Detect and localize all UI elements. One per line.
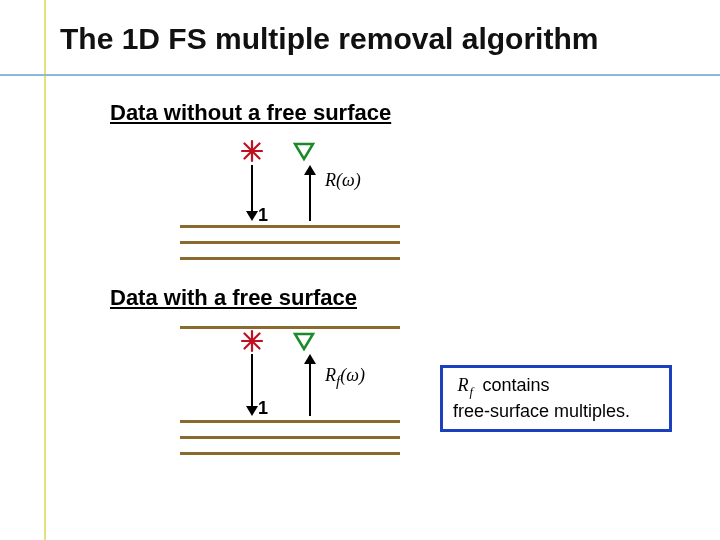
page-title: The 1D FS multiple removal algorithm <box>60 22 598 56</box>
callout-line1: contains <box>483 375 550 395</box>
svg-marker-13 <box>295 334 313 349</box>
subhead-without-fs: Data without a free surface <box>110 100 391 126</box>
response-label-rf: Rf(ω) <box>325 365 365 390</box>
receiver-triangle-icon <box>292 139 316 163</box>
callout-symbol: Rf <box>453 375 478 395</box>
callout-R: R <box>458 375 469 395</box>
svg-marker-6 <box>246 211 258 221</box>
title-underline <box>0 74 720 76</box>
up-arrow-icon <box>300 352 320 418</box>
svg-marker-4 <box>295 144 313 159</box>
callout-box: Rf contains free-surface multiples. <box>440 365 672 432</box>
rf-letter: R <box>325 365 336 385</box>
left-vertical-rule <box>44 0 46 540</box>
response-label: R(ω) <box>325 170 361 191</box>
diagram-no-free-surface: 1 R(ω) <box>180 135 420 275</box>
diagram-with-free-surface: 1 Rf(ω) <box>180 320 420 460</box>
layer-line <box>180 452 400 455</box>
svg-marker-15 <box>246 406 258 416</box>
subhead-with-fs: Data with a free surface <box>110 285 357 311</box>
svg-marker-8 <box>304 165 316 175</box>
down-arrow-label: 1 <box>258 205 268 226</box>
up-arrow-icon <box>300 163 320 223</box>
rf-arg: (ω) <box>340 365 365 385</box>
callout-R-sub: f <box>470 385 474 399</box>
receiver-triangle-icon <box>292 329 316 353</box>
free-surface-line <box>180 326 400 329</box>
source-star-icon <box>240 139 264 163</box>
svg-marker-17 <box>304 354 316 364</box>
layer-line <box>180 257 400 260</box>
callout-line2: free-surface multiples. <box>453 401 630 421</box>
layer-line <box>180 241 400 244</box>
layer-line <box>180 436 400 439</box>
source-star-icon <box>240 329 264 353</box>
down-arrow-label: 1 <box>258 398 268 419</box>
layer-line <box>180 225 400 228</box>
layer-line <box>180 420 400 423</box>
